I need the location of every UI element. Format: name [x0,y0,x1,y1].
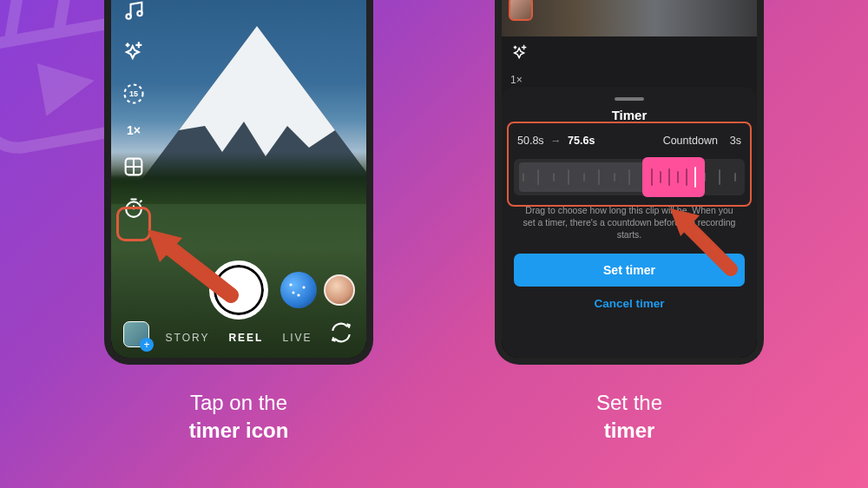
sheet-drag-handle[interactable] [615,97,644,101]
effect-avatar-bubble[interactable] [324,274,355,306]
countdown-value: 3s [730,135,741,147]
music-icon[interactable] [122,0,146,23]
preview-strip [502,0,757,36]
time-from: 50.8s [517,135,544,147]
viewfinder-treeline [111,152,366,204]
time-range: 50.8s → 75.6s [517,135,595,147]
cancel-timer-link[interactable]: Cancel timer [502,297,757,319]
gallery-thumbnail[interactable]: + [123,321,149,347]
right-caption-line1: Set the [596,391,662,414]
viewfinder-scene [111,17,366,243]
callout-arrow-left [144,226,240,304]
mode-reel[interactable]: REEL [228,332,263,344]
time-to: 75.6s [568,135,595,147]
effects-sparkle-icon[interactable] [122,40,146,64]
countdown-label: Countdown [663,135,718,147]
left-caption: Tap on the timer icon [189,389,289,445]
duration-slider[interactable] [514,159,745,195]
sheet-title: Timer [502,108,757,122]
preview-thumb-highlight [509,0,533,21]
layout-icon[interactable] [122,155,146,179]
effect-preview-bubble[interactable] [280,272,317,308]
svg-point-5 [137,11,141,16]
add-from-gallery-icon: + [140,338,154,352]
callout-arrow-right [663,201,741,280]
right-phone-frame: 1× Timer 50.8s → 75.6s Countdown [495,0,764,365]
speed-label[interactable]: 1× [127,123,141,137]
slider-ticks [514,159,745,195]
capture-mode-row: STORY REEL LIVE [166,332,312,344]
svg-point-4 [126,14,130,18]
mode-story[interactable]: STORY [166,332,210,344]
speed-label[interactable]: 1× [510,74,523,86]
effects-sparkle-icon[interactable] [510,43,529,63]
duration-icon[interactable]: 15 [122,82,146,106]
countdown-group[interactable]: Countdown 3s [663,135,741,147]
mode-live[interactable]: LIVE [282,332,312,344]
left-phone-frame: 15 1× [104,0,373,365]
flip-camera-icon[interactable] [330,321,352,344]
left-caption-line1: Tap on the [190,391,287,414]
right-caption: Set the timer [596,389,662,445]
duration-value: 15 [129,89,138,98]
arrow-right-icon: → [550,135,562,147]
right-caption-line2: timer [604,419,655,442]
left-caption-line2: timer icon [189,419,289,442]
slider-handle[interactable] [642,157,705,197]
